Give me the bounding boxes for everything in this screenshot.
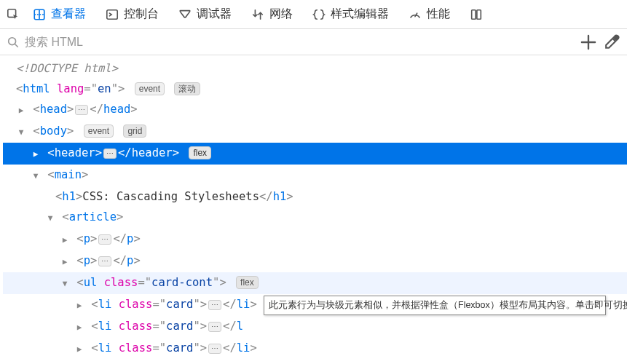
li-node[interactable]: ▶ <li class="card">⋯</li> xyxy=(3,338,627,360)
li-node[interactable]: ▶ <li class="card">⋯</li> 此元素行为与块级元素相似，并… xyxy=(3,294,627,316)
svg-line-9 xyxy=(15,44,18,47)
grid-badge[interactable]: grid xyxy=(123,124,146,138)
main-node[interactable]: ▼ <main> xyxy=(3,165,627,186)
twisty-collapsed-icon[interactable]: ▶ xyxy=(74,340,84,359)
twisty-expanded-icon[interactable]: ▼ xyxy=(31,167,41,186)
tab-inspector[interactable]: 查看器 xyxy=(25,2,93,26)
tab-performance[interactable]: 性能 xyxy=(401,2,457,26)
eyedropper-button[interactable] xyxy=(602,33,621,52)
twisty-expanded-icon[interactable]: ▼ xyxy=(60,274,70,293)
tab-label: 样式编辑器 xyxy=(331,7,389,22)
twisty-collapsed-icon[interactable]: ▶ xyxy=(31,145,41,164)
flex-tooltip: 此元素行为与块级元素相似，并根据弹性盒（Flexbox）模型布局其内容。单击即可… xyxy=(264,296,606,315)
ul-close-node[interactable]: </ul> xyxy=(3,360,627,364)
search-icon xyxy=(6,35,20,50)
search-input[interactable] xyxy=(25,36,575,49)
markup-tree: <!DOCTYPE html> <html lang="en"> event 滚… xyxy=(0,55,627,364)
tab-label: 网络 xyxy=(269,7,293,22)
ellipsis-icon[interactable]: ⋯ xyxy=(208,322,221,332)
add-node-button[interactable] xyxy=(579,33,598,52)
header-node[interactable]: ▶ <header>⋯</header> flex xyxy=(3,143,627,165)
tab-debugger[interactable]: 调试器 xyxy=(170,2,239,26)
head-node[interactable]: ▶ <head>⋯</head> xyxy=(3,99,627,121)
html-node[interactable]: <html lang="en"> event 滚动 xyxy=(3,79,627,99)
pick-element-icon[interactable] xyxy=(6,7,20,22)
ellipsis-icon[interactable]: ⋯ xyxy=(208,300,221,310)
performance-icon xyxy=(408,7,422,22)
tab-network[interactable]: 网络 xyxy=(243,2,300,26)
network-icon xyxy=(251,7,265,22)
tab-more[interactable] xyxy=(462,3,484,26)
ellipsis-icon[interactable]: ⋯ xyxy=(98,256,111,266)
twisty-collapsed-icon[interactable]: ▶ xyxy=(60,253,70,272)
p-node[interactable]: ▶ <p>⋯</p> xyxy=(3,229,627,250)
li-node[interactable]: ▶ <li class="card">⋯</l xyxy=(3,316,627,338)
twisty-collapsed-icon[interactable]: ▶ xyxy=(16,101,26,120)
debugger-icon xyxy=(178,7,192,22)
article-node[interactable]: ▼ <article> xyxy=(3,207,627,229)
more-icon xyxy=(469,7,484,22)
flex-badge[interactable]: flex xyxy=(189,146,211,159)
scroll-badge[interactable]: 滚动 xyxy=(174,82,200,95)
flex-badge[interactable]: flex xyxy=(236,276,259,289)
svg-point-8 xyxy=(9,37,16,44)
tab-label: 调试器 xyxy=(197,7,232,22)
twisty-expanded-icon[interactable]: ▼ xyxy=(45,209,55,228)
tab-styleeditor[interactable]: 样式编辑器 xyxy=(304,2,396,26)
twisty-collapsed-icon[interactable]: ▶ xyxy=(60,231,70,250)
console-icon xyxy=(105,7,119,22)
ellipsis-icon[interactable]: ⋯ xyxy=(75,105,88,115)
ul-node[interactable]: ▼ <ul class="card-cont"> flex xyxy=(3,272,627,294)
p-node[interactable]: ▶ <p>⋯</p> xyxy=(3,250,627,272)
svg-rect-6 xyxy=(472,9,476,19)
tab-label: 控制台 xyxy=(124,7,159,22)
twisty-collapsed-icon[interactable]: ▶ xyxy=(74,318,84,337)
tab-console[interactable]: 控制台 xyxy=(98,2,166,26)
devtools-toolbar: 查看器 控制台 调试器 网络 样式编辑器 性能 xyxy=(0,0,627,29)
event-badge[interactable]: event xyxy=(84,124,114,138)
h1-node[interactable]: <h1>CSS: Cascading Stylesheets</h1> xyxy=(3,186,627,207)
styleeditor-icon xyxy=(312,7,326,22)
doctype-node[interactable]: <!DOCTYPE html> xyxy=(3,58,627,79)
ellipsis-icon[interactable]: ⋯ xyxy=(208,344,221,354)
svg-rect-7 xyxy=(477,9,481,19)
inspector-icon xyxy=(32,7,47,22)
event-badge[interactable]: event xyxy=(135,82,165,95)
body-node[interactable]: ▼ <body> event grid xyxy=(3,121,627,143)
tab-label: 性能 xyxy=(427,7,450,22)
twisty-collapsed-icon[interactable]: ▶ xyxy=(74,296,84,315)
tab-label: 查看器 xyxy=(51,7,86,22)
search-bar xyxy=(0,29,627,55)
twisty-expanded-icon[interactable]: ▼ xyxy=(16,123,26,142)
ellipsis-icon[interactable]: ⋯ xyxy=(103,149,117,159)
ellipsis-icon[interactable]: ⋯ xyxy=(98,234,111,245)
